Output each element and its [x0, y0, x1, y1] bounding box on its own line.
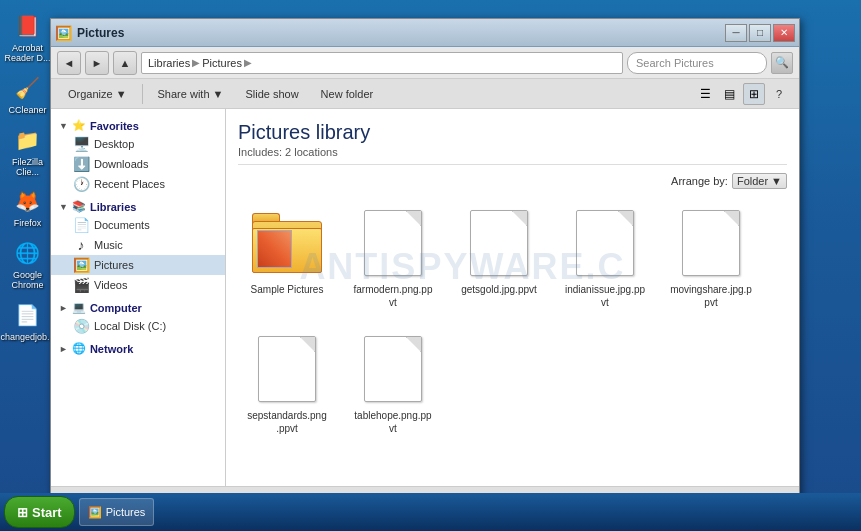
desktop-icon-filezilla[interactable]: 📁 FileZilla Clie...	[2, 124, 54, 178]
search-placeholder: Search Pictures	[636, 57, 714, 69]
recent-places-icon: 🕐	[73, 176, 89, 192]
file-label: sepstandards.png.ppvt	[246, 409, 328, 435]
sidebar-item-desktop[interactable]: 🖥️ Desktop	[51, 134, 225, 154]
file-item-tablehope[interactable]: tablehope.png.ppvt	[348, 329, 438, 439]
search-button[interactable]: 🔍	[771, 52, 793, 74]
arrange-dropdown[interactable]: Folder ▼	[732, 173, 787, 189]
window-icon: 🖼️	[55, 25, 71, 41]
nav-pane: ▼ ⭐ Favorites 🖥️ Desktop ⬇️ Downloads 🕐 …	[51, 109, 226, 486]
back-button[interactable]: ◄	[57, 51, 81, 75]
file-label: Sample Pictures	[251, 283, 324, 296]
nav-computer-header[interactable]: ► 💻 Computer	[51, 299, 225, 316]
document-icon-3	[576, 210, 634, 276]
slideshow-button[interactable]: Slide show	[236, 82, 307, 106]
document-icon-2	[470, 210, 528, 276]
start-button[interactable]: ⊞ Start	[4, 496, 75, 528]
file-label: farmodern.png.ppvt	[352, 283, 434, 309]
address-bar: ◄ ► ▲ Libraries ▶ Pictures ▶ Search Pict…	[51, 47, 799, 79]
files-grid: Sample Pictures farmodern.png.ppvt getsg…	[238, 199, 787, 443]
network-icon: 🌐	[72, 342, 86, 355]
desktop-icon-chrome[interactable]: 🌐 Google Chrome	[2, 237, 54, 291]
window-title: Pictures	[77, 26, 725, 40]
view-details-button[interactable]: ☰	[695, 83, 717, 105]
nav-favorites-header[interactable]: ▼ ⭐ Favorites	[51, 117, 225, 134]
doc-icon-container-6	[357, 333, 429, 405]
sidebar-item-documents[interactable]: 📄 Documents	[51, 215, 225, 235]
document-icon-1	[364, 210, 422, 276]
document-icon-6	[364, 336, 422, 402]
disk-icon: 💿	[73, 318, 89, 334]
help-button[interactable]: ?	[767, 82, 791, 106]
desktop-icon-ccleaner[interactable]: 🧹 CCleaner	[2, 72, 54, 116]
desktop-icon-firefox[interactable]: 🦊 Firefox	[2, 185, 54, 229]
doc-icon-container-4	[675, 207, 747, 279]
address-field[interactable]: Libraries ▶ Pictures ▶	[141, 52, 623, 74]
document-icon-5	[258, 336, 316, 402]
nav-libraries-header[interactable]: ▼ 📚 Libraries	[51, 198, 225, 215]
document-icon-4	[682, 210, 740, 276]
content-area: ▼ ⭐ Favorites 🖥️ Desktop ⬇️ Downloads 🕐 …	[51, 109, 799, 486]
sidebar-item-pictures[interactable]: 🖼️ Pictures	[51, 255, 225, 275]
taskbar: ⊞ Start 🖼️ Pictures	[0, 493, 861, 531]
close-button[interactable]: ✕	[773, 24, 795, 42]
folder-icon	[252, 213, 322, 273]
windows-logo-icon: ⊞	[17, 505, 28, 520]
downloads-icon: ⬇️	[73, 156, 89, 172]
taskbar-pictures-item[interactable]: 🖼️ Pictures	[79, 498, 155, 526]
file-item-farmodern[interactable]: farmodern.png.ppvt	[348, 203, 438, 313]
file-item-movingshare[interactable]: movingshare.jpg.ppvt	[666, 203, 756, 313]
file-label: tablehope.png.ppvt	[352, 409, 434, 435]
sidebar-item-videos[interactable]: 🎬 Videos	[51, 275, 225, 295]
file-item-sepstandards[interactable]: sepstandards.png.ppvt	[242, 329, 332, 439]
favorites-star-icon: ⭐	[72, 119, 86, 132]
computer-icon: 💻	[72, 301, 86, 314]
arrange-value: Folder	[737, 175, 768, 187]
organize-button[interactable]: Organize ▼	[59, 82, 136, 106]
taskbar-folder-icon: 🖼️	[88, 506, 102, 519]
up-button[interactable]: ▲	[113, 51, 137, 75]
music-icon: ♪	[73, 237, 89, 253]
minimize-button[interactable]: ─	[725, 24, 747, 42]
file-item-getsgold[interactable]: getsgold.jpg.ppvt	[454, 203, 544, 313]
library-header: Pictures library Includes: 2 locations	[238, 121, 787, 165]
maximize-button[interactable]: □	[749, 24, 771, 42]
share-with-button[interactable]: Share with ▼	[149, 82, 233, 106]
title-bar: 🖼️ Pictures ─ □ ✕	[51, 19, 799, 47]
desktop-icon-changedjob[interactable]: 📄 changedjob...	[2, 299, 54, 343]
desktop-icon-acrobat[interactable]: 📕 Acrobat Reader D...	[2, 10, 54, 64]
chevron-down-icon: ▼	[59, 121, 68, 131]
videos-icon: 🎬	[73, 277, 89, 293]
library-title: Pictures library	[238, 121, 787, 144]
doc-icon-container-1	[357, 207, 429, 279]
doc-icon-container-2	[463, 207, 535, 279]
desktop: 📕 Acrobat Reader D... 🧹 CCleaner 📁 FileZ…	[0, 0, 55, 531]
nav-section-computer: ► 💻 Computer 💿 Local Disk (C:)	[51, 299, 225, 336]
title-bar-buttons: ─ □ ✕	[725, 24, 795, 42]
chevron-right-icon: ►	[59, 303, 68, 313]
search-box[interactable]: Search Pictures	[627, 52, 767, 74]
share-arrow-icon: ▼	[213, 88, 224, 100]
nav-network-header[interactable]: ► 🌐 Network	[51, 340, 225, 357]
view-large-icons-button[interactable]: ⊞	[743, 83, 765, 105]
sidebar-item-music[interactable]: ♪ Music	[51, 235, 225, 255]
doc-icon-container-5	[251, 333, 323, 405]
folder-icon-container	[251, 207, 323, 279]
toolbar: Organize ▼ Share with ▼ Slide show New f…	[51, 79, 799, 109]
view-list-button[interactable]: ▤	[719, 83, 741, 105]
chevron-right-icon-net: ►	[59, 344, 68, 354]
toolbar-right: ☰ ▤ ⊞ ?	[695, 82, 791, 106]
organize-arrow-icon: ▼	[116, 88, 127, 100]
forward-button[interactable]: ►	[85, 51, 109, 75]
arrange-arrow-icon: ▼	[771, 175, 782, 187]
library-subtitle: Includes: 2 locations	[238, 146, 787, 158]
sidebar-item-recent-places[interactable]: 🕐 Recent Places	[51, 174, 225, 194]
new-folder-button[interactable]: New folder	[312, 82, 383, 106]
sidebar-item-downloads[interactable]: ⬇️ Downloads	[51, 154, 225, 174]
sidebar-item-local-disk[interactable]: 💿 Local Disk (C:)	[51, 316, 225, 336]
files-area: Pictures library Includes: 2 locations A…	[226, 109, 799, 486]
file-item-sample-pictures[interactable]: Sample Pictures	[242, 203, 332, 313]
documents-icon: 📄	[73, 217, 89, 233]
nav-section-network: ► 🌐 Network	[51, 340, 225, 357]
toolbar-separator-1	[142, 84, 143, 104]
file-item-indianissue[interactable]: indianissue.jpg.ppvt	[560, 203, 650, 313]
